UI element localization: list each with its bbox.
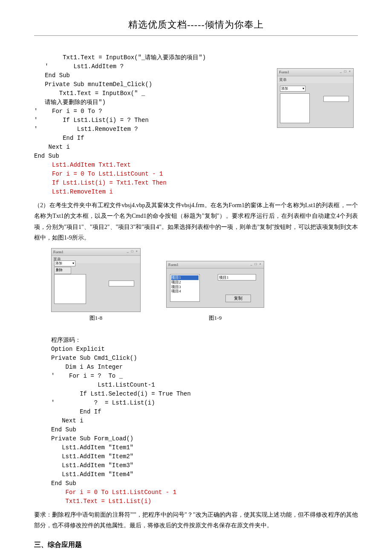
- code-section-1: Txt1.Text = InputBox("_请输入要添加的项目") ' Lst…: [34, 44, 358, 197]
- code-line: Next i: [34, 144, 70, 150]
- code-line: ' For i = ? To _: [51, 373, 123, 379]
- code-line: Lst1.ListCount-1: [51, 382, 155, 388]
- figure-caption: 图1-8: [51, 314, 141, 323]
- code-line: Txt1.Text = InputBox("_请输入要添加的项目"): [34, 54, 206, 61]
- dropdown: 添加▾: [280, 86, 306, 92]
- code-line: Private Sub Form_Load(): [51, 435, 133, 442]
- code-line-answer: Txt1.Text = Lst1.List(i): [51, 498, 151, 505]
- code-line: Lst1.AddItem "Item4": [51, 471, 133, 478]
- code-line: If Lst1.Selected(i) = True Then: [51, 390, 191, 397]
- code-line: End Sub: [51, 426, 76, 433]
- code-line: Lst1.AddItem "Item2": [51, 453, 133, 460]
- code-line: Private Sub mnuItemDel_Click(): [34, 81, 152, 88]
- figure-inline-form: Form1_ □ × 菜单 添加▾: [277, 68, 354, 128]
- header-rule: [34, 35, 358, 36]
- code-line: ' ? = Lst1.List(i): [51, 399, 155, 406]
- figures-row: Form1_ □ × 菜单 添加▾ 删除 Form1_ □ × 项目1 项目2 …: [51, 248, 358, 312]
- code-line: End If: [51, 408, 101, 415]
- list-item: 项目4: [171, 289, 199, 294]
- code-line: ' For i = 0 To ?: [34, 108, 102, 115]
- code-line: ' Lst1.RemoveItem ?: [34, 126, 138, 133]
- code-line: ' If Lst1.List(i) = ? Then: [34, 117, 149, 124]
- dropdown: 添加▾: [54, 260, 75, 266]
- textbox: 项目1: [218, 274, 256, 280]
- code-line: Lst1.AddItem "Item1": [51, 444, 133, 451]
- listbox: 项目1 项目2 项目3 项目4: [170, 274, 200, 302]
- paragraph-requirement: 要求：删除程序中语句前面的注释符"'"，把程序中的问号"？"改为正确的内容，使其…: [34, 509, 358, 531]
- section-heading-3: 三、综合应用题: [34, 539, 358, 550]
- code-line: Txt1.Text = InputBox(" _: [34, 90, 145, 97]
- code-section-2: 程序源码： Option Explicit Private Sub Cmd1_C…: [51, 327, 358, 506]
- code-line-answer: Lst1.RemoveItem i: [34, 188, 113, 195]
- code-line: 请输入要删除的项目"): [34, 99, 106, 106]
- copy-button: 复制: [225, 295, 251, 302]
- code-line: Option Explicit: [51, 346, 105, 353]
- paragraph-q2: （2）在考生文件夹中有工程文件vbsj4.vbp及其窗体文件vbsj4.frm。…: [34, 200, 358, 243]
- textbox: [323, 96, 349, 102]
- code-line-answer: For i = 0 To Lst1.ListCount - 1: [51, 489, 176, 496]
- code-line: 程序源码：: [51, 337, 81, 344]
- figure-1-8: Form1_ □ × 菜单 添加▾ 删除: [51, 248, 141, 312]
- list-item: 项目1: [171, 275, 199, 280]
- list-item: 项目2: [171, 280, 199, 285]
- listbox: [54, 274, 86, 304]
- code-line: End Sub: [51, 480, 76, 487]
- code-line: End If: [34, 135, 84, 142]
- code-line: End Sub: [34, 72, 70, 79]
- textbox: [109, 280, 134, 286]
- code-line-answer: If Lst1.List(i) = Txt1.Text Then: [34, 179, 167, 186]
- window-titlebar: Form1_ □ ×: [277, 69, 353, 76]
- dropdown-item: 删除: [54, 267, 71, 274]
- window-menubar: 菜单: [277, 76, 353, 83]
- figure-caption: 图1-9: [166, 314, 264, 323]
- window-titlebar: Form1_ □ ×: [167, 261, 264, 269]
- figure-captions: 图1-8 图1-9: [51, 314, 358, 323]
- window-titlebar: Form1_ □ ×: [52, 249, 140, 256]
- code-line: Next i: [51, 417, 84, 424]
- code-line-answer: For i = 0 To Lst1.ListCount - 1: [34, 171, 163, 177]
- code-line: Dim i As Integer: [51, 364, 123, 370]
- code-line: End Sub: [34, 153, 59, 159]
- list-item: 项目3: [171, 285, 199, 289]
- figure-1-9: Form1_ □ × 项目1 项目2 项目3 项目4 项目1 复制: [166, 261, 264, 308]
- code-line: Private Sub Cmd1_Click(): [51, 355, 137, 361]
- code-line-answer: Lst1.AddItem Txt1.Text: [34, 162, 131, 168]
- code-line: ' Lst1.AddItem ?: [34, 63, 124, 70]
- listbox: [280, 93, 310, 123]
- code-line: Lst1.AddItem "Item3": [51, 462, 133, 469]
- page-header-title: 精选优质文档-----倾情为你奉上: [34, 17, 358, 32]
